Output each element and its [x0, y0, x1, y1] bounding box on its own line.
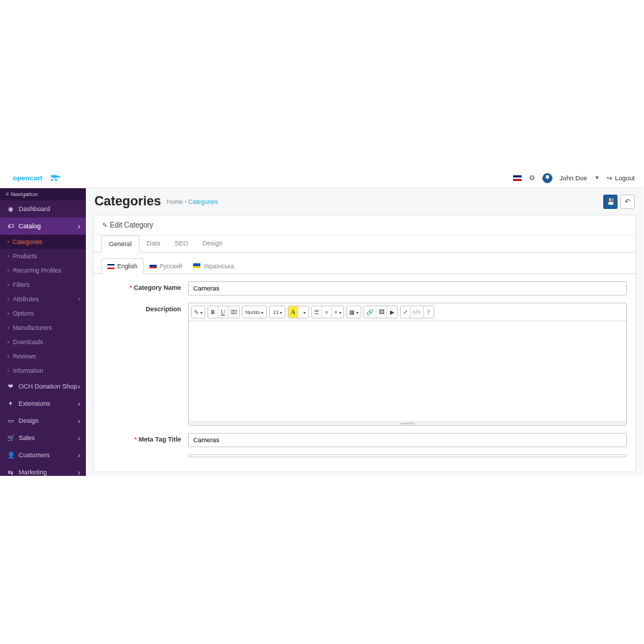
submenu-options[interactable]: Options — [0, 306, 86, 321]
editor-toolbar: ✎▾ B U ⌧ Nunito▾ 13▾ A▾ ☰ — [189, 303, 626, 321]
submenu-products[interactable]: Products — [0, 249, 86, 263]
panel-title: Edit Category — [94, 215, 635, 235]
logout-icon: ↪ — [607, 175, 613, 182]
category-name-label: * Category Name — [102, 281, 188, 296]
category-name-input[interactable] — [188, 281, 627, 296]
editor-textarea[interactable] — [189, 321, 626, 421]
save-button[interactable]: 💾 — [603, 195, 618, 209]
tab-seo[interactable]: SEO — [167, 235, 195, 252]
meta-title-label: * Meta Tag Title — [102, 433, 188, 447]
submenu-reviews[interactable]: Reviews — [0, 349, 86, 364]
editor-ul-btn[interactable]: ☰ — [312, 306, 322, 318]
editor-fullscreen-btn[interactable]: ⤢ — [401, 306, 411, 318]
editor-color-dd[interactable]: ▾ — [298, 306, 308, 318]
editor-link-btn[interactable]: 🔗 — [364, 306, 376, 318]
editor-align-btn[interactable]: ≡▾ — [332, 306, 343, 318]
meta-title-input[interactable] — [188, 433, 627, 447]
editor-size-btn[interactable]: 13▾ — [270, 306, 285, 318]
submenu-filters[interactable]: Filters — [0, 278, 86, 292]
sidebar-item-dashboard[interactable]: ◉Dashboard — [0, 200, 86, 218]
nav-title: Navigation — [0, 188, 86, 200]
submenu-information[interactable]: Information — [0, 364, 86, 378]
sidebar-item-donation[interactable]: ❤OCH Donation Shop — [0, 378, 86, 395]
main-tabs: General Data SEO Design — [94, 235, 635, 253]
crumb-categories[interactable]: Categories — [188, 198, 218, 205]
main-content: Categories Home › Categories 💾 ↶ Edit Ca… — [86, 188, 643, 476]
svg-text:opencart: opencart — [13, 173, 43, 181]
sidebar-item-sales[interactable]: 🛒Sales — [0, 429, 86, 447]
editor-code-btn[interactable]: </> — [411, 306, 424, 318]
breadcrumb: Home › Categories — [167, 198, 218, 205]
sidebar-item-extensions[interactable]: ✦Extensions — [0, 395, 86, 412]
tab-design[interactable]: Design — [195, 235, 230, 252]
editor-underline-btn[interactable]: U — [218, 306, 228, 318]
language-tabs: English Русский Українська — [94, 253, 635, 274]
cart-icon: 🛒 — [7, 434, 14, 441]
sidebar: Navigation ◉Dashboard 🏷Catalog Categorie… — [0, 188, 86, 476]
share-icon: ⇆ — [7, 469, 14, 476]
top-header: opencart ⚙ John Doe ▼ ↪Logout — [0, 168, 643, 188]
langtab-english[interactable]: English — [101, 258, 144, 274]
submenu-recurring[interactable]: Recurring Profiles — [0, 263, 86, 278]
language-icon[interactable] — [513, 175, 522, 181]
sidebar-item-customers[interactable]: 👤Customers — [0, 447, 86, 464]
flag-ua-icon — [193, 263, 200, 268]
sidebar-item-marketing[interactable]: ⇆Marketing — [0, 464, 86, 476]
editor-style-btn[interactable]: ✎▾ — [192, 306, 205, 318]
flag-ru-icon — [150, 263, 157, 268]
dashboard-icon: ◉ — [7, 205, 14, 213]
heart-icon: ❤ — [7, 383, 14, 390]
logo[interactable]: opencart — [0, 168, 86, 188]
description-editor: ✎▾ B U ⌧ Nunito▾ 13▾ A▾ ☰ — [188, 303, 627, 426]
langtab-russian[interactable]: Русский — [144, 258, 188, 273]
submenu-downloads[interactable]: Downloads — [0, 335, 86, 349]
editor-clear-btn[interactable]: ⌧ — [228, 306, 239, 318]
editor-help-btn[interactable]: ? — [424, 306, 434, 318]
crumb-home[interactable]: Home — [167, 198, 183, 205]
avatar — [542, 173, 552, 183]
user-name[interactable]: John Doe — [560, 175, 587, 182]
tab-data[interactable]: Data — [140, 235, 167, 252]
editor-bold-btn[interactable]: B — [208, 306, 218, 318]
description-label: Description — [102, 303, 188, 426]
page-title: Categories — [94, 194, 161, 209]
editor-image-btn[interactable]: 🖼 — [376, 306, 387, 318]
gear-icon[interactable]: ⚙ — [529, 174, 535, 182]
tab-general[interactable]: General — [101, 235, 140, 253]
next-input-partial — [188, 454, 627, 457]
flag-en-icon — [107, 264, 114, 269]
edit-panel: Edit Category General Data SEO Design En… — [93, 215, 636, 472]
editor-ol-btn[interactable]: ≡ — [322, 306, 332, 318]
editor-resize[interactable] — [189, 421, 626, 425]
editor-font-btn[interactable]: Nunito▾ — [243, 306, 266, 318]
back-button[interactable]: ↶ — [620, 195, 635, 209]
chevron-down-icon[interactable]: ▼ — [595, 175, 600, 181]
sidebar-item-catalog[interactable]: 🏷Catalog — [0, 218, 86, 235]
submenu-attributes[interactable]: Attributes — [0, 292, 86, 306]
puzzle-icon: ✦ — [7, 400, 14, 407]
design-icon: ▭ — [7, 417, 14, 424]
editor-table-btn[interactable]: ▦▾ — [347, 306, 361, 318]
editor-color-btn[interactable]: A — [288, 306, 298, 318]
logout-link[interactable]: ↪Logout — [607, 175, 635, 182]
editor-video-btn[interactable]: ▶ — [387, 306, 397, 318]
catalog-icon: 🏷 — [7, 223, 14, 230]
langtab-ukrainian[interactable]: Українська — [187, 258, 240, 273]
submenu-categories[interactable]: Categories — [0, 235, 86, 249]
person-icon: 👤 — [7, 452, 14, 459]
sidebar-item-design[interactable]: ▭Design — [0, 412, 86, 429]
submenu-manufacturers[interactable]: Manufacturers — [0, 321, 86, 335]
